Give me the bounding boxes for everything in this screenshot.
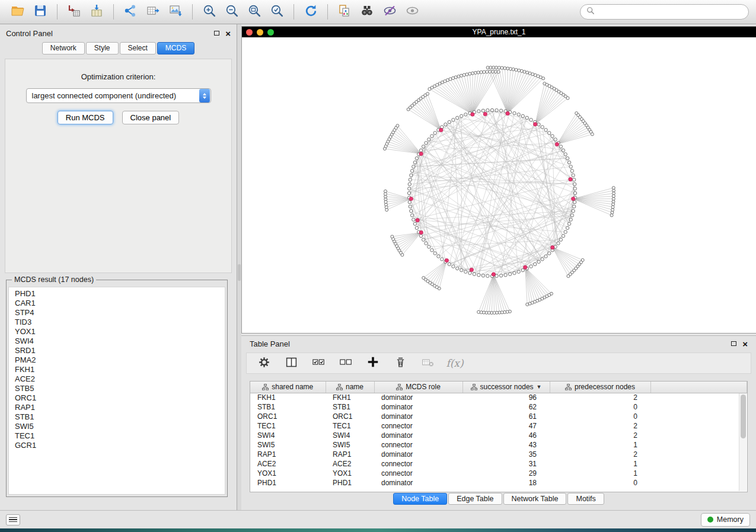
- result-item[interactable]: FKH1: [9, 365, 225, 374]
- cell-role[interactable]: dominator: [374, 431, 462, 440]
- cell-shared_name[interactable]: STB1: [250, 402, 326, 412]
- panel-splitter[interactable]: [237, 24, 241, 510]
- tab-motifs[interactable]: Motifs: [567, 493, 604, 505]
- cell-successors[interactable]: 43: [462, 440, 550, 450]
- table-row[interactable]: YOX1YOX1connector291: [250, 469, 747, 478]
- cell-predecessors[interactable]: 1: [550, 459, 650, 469]
- zoom-out-button[interactable]: [221, 2, 243, 21]
- table-row[interactable]: STB1STB1dominator620: [250, 402, 747, 412]
- tab-network[interactable]: Network: [42, 42, 85, 55]
- table-row[interactable]: TEC1TEC1connector472: [250, 421, 747, 431]
- cell-predecessors[interactable]: 0: [550, 478, 650, 488]
- cell-name[interactable]: YOX1: [326, 469, 374, 478]
- cell-shared_name[interactable]: RAP1: [250, 450, 326, 459]
- tab-style[interactable]: Style: [86, 42, 119, 55]
- cell-name[interactable]: STB1: [326, 402, 374, 412]
- cell-predecessors[interactable]: 2: [550, 393, 650, 402]
- cell-shared_name[interactable]: PHD1: [250, 478, 326, 488]
- cell-successors[interactable]: 62: [462, 402, 550, 412]
- status-menu-button[interactable]: [6, 514, 20, 525]
- result-item[interactable]: YOX1: [9, 327, 225, 336]
- result-item[interactable]: SWI5: [9, 422, 225, 431]
- cell-shared_name[interactable]: SWI4: [250, 431, 326, 440]
- table-row[interactable]: ACE2ACE2connector311: [250, 459, 747, 469]
- table-row[interactable]: FKH1FKH1dominator962: [250, 393, 747, 402]
- cell-successors[interactable]: 18: [462, 478, 550, 488]
- float-table-panel-icon[interactable]: [731, 341, 736, 346]
- cell-successors[interactable]: 61: [462, 412, 550, 421]
- import-table-button[interactable]: [86, 2, 107, 21]
- network-graph[interactable]: [242, 37, 756, 333]
- dropdown-stepper-icon[interactable]: [199, 89, 210, 102]
- sort-arrow-icon[interactable]: ▼: [537, 384, 542, 390]
- cell-successors[interactable]: 46: [462, 431, 550, 440]
- close-panel-icon[interactable]: ×: [225, 29, 231, 38]
- cell-role[interactable]: dominator: [374, 478, 462, 488]
- cell-successors[interactable]: 31: [462, 459, 550, 469]
- cell-role[interactable]: dominator: [374, 450, 462, 459]
- hide-button[interactable]: [379, 2, 400, 21]
- result-item[interactable]: RAP1: [9, 403, 225, 412]
- network-canvas[interactable]: [242, 37, 756, 333]
- cell-name[interactable]: FKH1: [326, 393, 374, 402]
- export-network-button[interactable]: [120, 2, 141, 21]
- cell-shared_name[interactable]: SWI5: [250, 440, 326, 450]
- cell-role[interactable]: connector: [374, 459, 462, 469]
- tab-select[interactable]: Select: [120, 42, 156, 55]
- table-scrollbar[interactable]: [739, 393, 747, 491]
- search-box[interactable]: [580, 4, 749, 20]
- tab-edge-table[interactable]: Edge Table: [448, 493, 502, 505]
- cell-shared_name[interactable]: ACE2: [250, 459, 326, 469]
- tab-node-table[interactable]: Node Table: [393, 493, 447, 505]
- cell-name[interactable]: ACE2: [326, 459, 374, 469]
- result-item[interactable]: TEC1: [9, 431, 225, 441]
- open-file-button[interactable]: [7, 2, 28, 21]
- cell-role[interactable]: connector: [374, 421, 462, 431]
- show-button[interactable]: [401, 2, 423, 21]
- cell-predecessors[interactable]: 0: [550, 412, 650, 421]
- cell-shared_name[interactable]: TEC1: [250, 421, 326, 431]
- result-item[interactable]: GCR1: [9, 441, 225, 450]
- cell-successors[interactable]: 47: [462, 421, 550, 431]
- table-row[interactable]: SWI4SWI4dominator462: [250, 431, 747, 440]
- cell-name[interactable]: SWI5: [326, 440, 374, 450]
- copy-style-button[interactable]: [334, 2, 355, 21]
- cell-successors[interactable]: 29: [462, 469, 550, 478]
- cell-name[interactable]: ORC1: [326, 412, 374, 421]
- cell-name[interactable]: SWI4: [326, 431, 374, 440]
- column-header-name[interactable]: name: [326, 382, 374, 393]
- memory-button[interactable]: Memory: [701, 513, 750, 527]
- cell-role[interactable]: connector: [374, 469, 462, 478]
- find-button[interactable]: [356, 2, 378, 21]
- add-column-button[interactable]: [365, 355, 381, 371]
- result-item[interactable]: ORC1: [9, 393, 225, 403]
- tab-network-table[interactable]: Network Table: [503, 493, 567, 505]
- scrollbar-thumb[interactable]: [741, 395, 746, 438]
- select-all-button[interactable]: [311, 355, 326, 371]
- cell-name[interactable]: TEC1: [326, 421, 374, 431]
- result-item[interactable]: STB1: [9, 412, 225, 422]
- cell-predecessors[interactable]: 2: [550, 421, 650, 431]
- cell-shared_name[interactable]: FKH1: [250, 393, 326, 402]
- cell-predecessors[interactable]: 0: [550, 402, 650, 412]
- cell-predecessors[interactable]: 2: [550, 431, 650, 440]
- cell-predecessors[interactable]: 1: [550, 469, 650, 478]
- result-item[interactable]: STP4: [9, 308, 225, 318]
- table-row[interactable]: ORC1ORC1dominator610: [250, 412, 747, 421]
- result-item[interactable]: TID3: [9, 318, 225, 327]
- close-panel-button[interactable]: Close panel: [122, 111, 180, 124]
- import-network-button[interactable]: [63, 2, 85, 21]
- result-item[interactable]: STB5: [9, 384, 225, 393]
- cell-role[interactable]: connector: [374, 440, 462, 450]
- table-row[interactable]: PHD1PHD1dominator180: [250, 478, 747, 488]
- zoom-in-button[interactable]: [199, 2, 220, 21]
- zoom-selected-button[interactable]: [266, 2, 288, 21]
- refresh-button[interactable]: [300, 2, 321, 21]
- cell-role[interactable]: dominator: [374, 393, 462, 402]
- float-panel-icon[interactable]: [214, 31, 219, 36]
- delete-column-button[interactable]: [393, 355, 408, 371]
- result-item[interactable]: ACE2: [9, 374, 225, 384]
- column-visibility-button[interactable]: [283, 355, 299, 371]
- column-header-successor-nodes[interactable]: successor nodes ▼: [462, 382, 550, 393]
- deselect-all-button[interactable]: [338, 355, 353, 371]
